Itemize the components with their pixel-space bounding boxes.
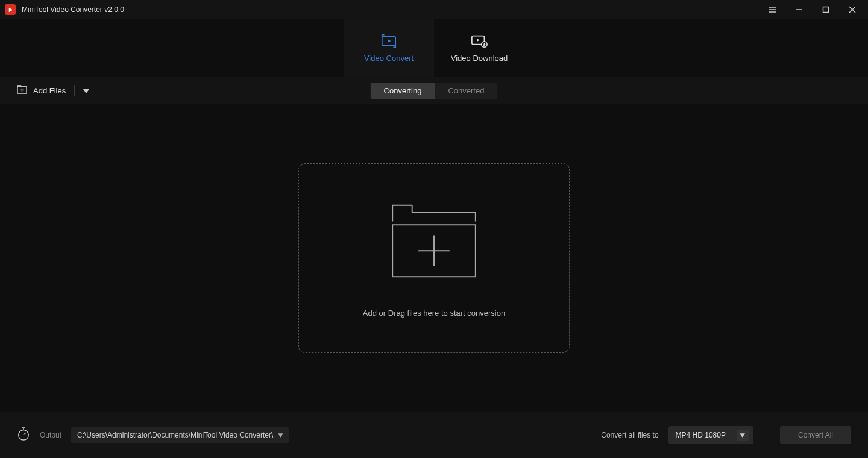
- output-path-text: C:\Users\Administrator\Documents\MiniToo…: [77, 431, 273, 439]
- app-window: MiniTool Video Converter v2.0.0: [0, 0, 868, 458]
- svg-marker-9: [388, 39, 391, 43]
- video-convert-icon: [380, 34, 397, 50]
- chevron-down-icon: [737, 430, 749, 441]
- separator: [74, 85, 75, 96]
- output-label: Output: [40, 431, 61, 439]
- toolbar: Add Files Converting Converted: [0, 77, 868, 104]
- chevron-down-icon: [278, 431, 283, 439]
- hamburger-menu-icon[interactable]: [766, 2, 780, 17]
- svg-rect-5: [823, 7, 829, 13]
- add-files-button[interactable]: Add Files: [17, 85, 89, 96]
- status-toggle: Converting Converted: [371, 83, 498, 99]
- tab-label: Video Download: [451, 54, 508, 63]
- dropzone-text: Add or Drag files here to start conversi…: [363, 309, 505, 318]
- output-path-selector[interactable]: C:\Users\Administrator\Documents\MiniToo…: [71, 427, 289, 443]
- segment-converted[interactable]: Converted: [435, 83, 497, 99]
- folder-add-icon: [382, 199, 486, 286]
- output-format-selector[interactable]: MP4 HD 1080P: [668, 426, 753, 444]
- tab-video-convert[interactable]: Video Convert: [344, 19, 434, 77]
- svg-marker-25: [278, 433, 283, 437]
- segment-converting[interactable]: Converting: [371, 83, 435, 99]
- minimize-button[interactable]: [792, 2, 807, 17]
- format-selected-text: MP4 HD 1080P: [676, 431, 726, 439]
- svg-marker-11: [477, 39, 480, 42]
- convert-all-label: Convert all files to: [601, 431, 658, 439]
- window-controls: [766, 2, 860, 17]
- video-download-icon: [471, 34, 488, 50]
- bottombar: Output C:\Users\Administrator\Documents\…: [0, 412, 868, 458]
- svg-marker-0: [8, 7, 12, 11]
- chevron-down-icon[interactable]: [83, 86, 89, 95]
- window-title: MiniTool Video Converter v2.0.0: [22, 5, 766, 14]
- titlebar: MiniTool Video Converter v2.0.0: [0, 0, 868, 19]
- svg-marker-26: [740, 433, 745, 437]
- tab-video-download[interactable]: Video Download: [434, 19, 524, 77]
- content-area: Add or Drag files here to start conversi…: [0, 104, 868, 412]
- dropzone[interactable]: Add or Drag files here to start conversi…: [298, 163, 570, 353]
- close-button[interactable]: [845, 2, 860, 17]
- add-files-label: Add Files: [33, 86, 66, 95]
- main-tabbar: Video Convert Video Download: [0, 19, 868, 77]
- add-files-icon: [17, 85, 27, 96]
- maximize-button[interactable]: [819, 2, 833, 17]
- svg-marker-17: [83, 89, 89, 93]
- stopwatch-icon[interactable]: [17, 427, 30, 444]
- svg-line-24: [24, 433, 26, 435]
- app-logo-icon: [5, 4, 16, 15]
- tab-label: Video Convert: [364, 54, 414, 63]
- convert-all-button[interactable]: Convert All: [780, 426, 851, 444]
